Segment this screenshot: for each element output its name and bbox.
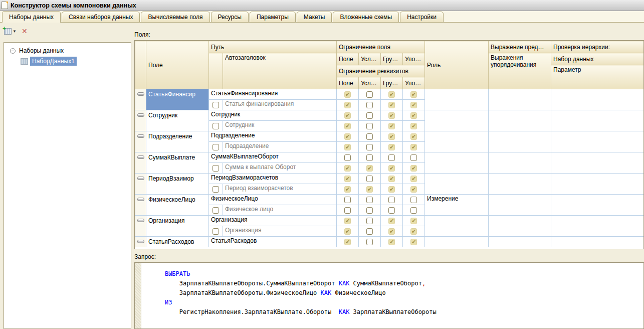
drag-handle-icon[interactable] [137, 113, 144, 117]
autoheader-checkbox[interactable] [212, 207, 219, 214]
field-hierarchy-cell[interactable] [551, 174, 644, 195]
field-hierarchy-cell[interactable] [551, 195, 644, 216]
restriction-checkbox[interactable] [366, 112, 373, 119]
restriction-checkbox[interactable] [366, 154, 373, 161]
restriction-checkbox[interactable]: ✔ [388, 165, 395, 172]
field-expression-cell[interactable] [489, 110, 551, 131]
restriction-checkbox[interactable] [410, 154, 417, 161]
restriction-checkbox[interactable]: ✔ [344, 218, 351, 224]
restriction-checkbox[interactable]: ✔ [410, 218, 417, 224]
field-path-cell[interactable]: Сотрудник [209, 110, 337, 121]
restriction-checkbox[interactable]: ✔ [410, 186, 417, 193]
drag-handle-icon[interactable] [137, 177, 144, 180]
restriction-checkbox[interactable]: ✔ [410, 133, 417, 140]
autoheader-checkbox[interactable] [212, 165, 219, 172]
tree-node-dataset[interactable]: НаборДанных1 [4, 56, 131, 66]
restriction-checkbox[interactable] [366, 123, 373, 129]
autoheader-checkbox[interactable] [212, 102, 219, 108]
restriction-checkbox[interactable] [388, 154, 395, 161]
field-expression-cell[interactable] [489, 89, 551, 110]
autoheader-checkbox[interactable] [212, 186, 219, 193]
restriction-checkbox[interactable]: ✔ [410, 144, 417, 150]
delete-dataset-button[interactable]: ✕ [22, 28, 28, 35]
query-editor[interactable]: ВЫБРАТЬ ЗарплатаКВыплатеОбороты.СуммаКВы… [134, 262, 644, 329]
restriction-checkbox[interactable]: ✔ [344, 144, 351, 150]
drag-handle-icon[interactable] [137, 240, 144, 243]
field-role-cell[interactable] [425, 110, 489, 131]
add-dataset-button[interactable]: + ▼ [4, 28, 17, 35]
restriction-checkbox[interactable]: ✔ [388, 112, 395, 119]
restriction-checkbox[interactable] [410, 197, 417, 203]
restriction-checkbox[interactable]: ✔ [388, 133, 395, 140]
field-expression-cell[interactable] [489, 174, 551, 195]
field-role-cell[interactable] [425, 152, 489, 174]
restriction-checkbox[interactable]: ✔ [388, 176, 395, 182]
field-name-cell[interactable]: Организация [146, 216, 209, 237]
tab-settings[interactable]: Настройки [400, 12, 444, 22]
tab-datasets[interactable]: Наборы данных [2, 11, 61, 23]
field-role-cell[interactable] [425, 174, 489, 195]
autoheader-checkbox[interactable] [212, 123, 219, 129]
restriction-checkbox[interactable]: ✔ [344, 176, 351, 182]
field-name-cell[interactable]: СтатьяРасходов [146, 237, 209, 247]
restriction-checkbox[interactable] [388, 197, 395, 203]
field-expression-cell[interactable] [489, 216, 551, 237]
restriction-checkbox[interactable] [366, 239, 373, 245]
restriction-checkbox[interactable]: ✔ [344, 239, 351, 245]
auto-header-cell[interactable]: Статья финансирования [223, 100, 337, 110]
restriction-checkbox[interactable]: ✔ [344, 186, 351, 193]
restriction-checkbox[interactable] [344, 207, 351, 214]
drag-handle-icon[interactable] [137, 198, 144, 201]
restriction-checkbox[interactable] [366, 176, 373, 182]
collapse-icon[interactable]: − [10, 48, 16, 54]
tab-dataset-links[interactable]: Связи наборов данных [62, 12, 140, 22]
field-role-cell[interactable] [425, 89, 489, 110]
field-hierarchy-cell[interactable] [551, 237, 644, 247]
field-name-cell[interactable]: ПериодВзаимор [146, 174, 209, 195]
field-path-cell[interactable]: СтатьяФинансирования [209, 89, 337, 100]
table-row[interactable]: СтатьяФинансирСтатьяФинансирования✔✔✔ [135, 89, 644, 100]
restriction-checkbox[interactable]: ✔ [344, 133, 351, 140]
autoheader-checkbox[interactable] [212, 144, 219, 150]
restriction-checkbox[interactable]: ✔ [388, 186, 395, 193]
field-role-cell[interactable] [425, 237, 489, 247]
restriction-checkbox[interactable]: ✔ [388, 123, 395, 129]
auto-header-cell[interactable]: Физическое лицо [223, 205, 337, 216]
tab-templates[interactable]: Макеты [297, 12, 332, 22]
restriction-checkbox[interactable]: ✔ [344, 112, 351, 119]
field-name-cell[interactable]: ФизическоеЛицо [146, 195, 209, 216]
table-row[interactable]: ПериодВзаиморПериодВзаиморасчетов✔✔✔ [135, 174, 644, 184]
field-role-cell[interactable]: Измерение [425, 195, 489, 216]
datasets-tree[interactable]: − Наборы данных НаборДанных1 [4, 42, 131, 329]
restriction-checkbox[interactable]: ✔ [344, 165, 351, 172]
tree-node-datasets-root[interactable]: − Наборы данных [4, 46, 131, 56]
field-role-cell[interactable] [425, 216, 489, 237]
drag-handle-icon[interactable] [137, 155, 144, 159]
restriction-checkbox[interactable] [344, 197, 351, 203]
table-row[interactable]: СтатьяРасходовСтатьяРасходов✔✔✔ [135, 237, 644, 247]
autoheader-checkbox[interactable] [212, 228, 219, 235]
field-expression-cell[interactable] [489, 195, 551, 216]
restriction-checkbox[interactable]: ✔ [388, 144, 395, 150]
restriction-checkbox[interactable]: ✔ [388, 228, 395, 235]
restriction-checkbox[interactable]: ✔ [388, 239, 395, 245]
restriction-checkbox[interactable]: ✔ [410, 91, 417, 98]
restriction-checkbox[interactable]: ✔ [366, 165, 373, 172]
restriction-checkbox[interactable] [366, 102, 373, 108]
restriction-checkbox[interactable]: ✔ [366, 186, 373, 193]
field-expression-cell[interactable] [489, 131, 551, 152]
field-hierarchy-cell[interactable] [551, 216, 644, 237]
query-text[interactable]: ВЫБРАТЬ ЗарплатаКВыплатеОбороты.СуммаКВы… [141, 263, 643, 328]
table-row[interactable]: ФизическоеЛицоФизическоеЛицоИзмерение [135, 195, 644, 205]
auto-header-cell[interactable]: Период взаиморасчетов [223, 184, 337, 195]
auto-header-cell[interactable]: Организация [223, 226, 337, 237]
restriction-checkbox[interactable]: ✔ [410, 165, 417, 172]
field-hierarchy-cell[interactable] [551, 110, 644, 131]
auto-header-cell[interactable]: Подразделение [223, 142, 337, 152]
restriction-checkbox[interactable] [366, 207, 373, 214]
auto-header-cell[interactable]: Сумма к выплате Оборот [223, 163, 337, 174]
chevron-down-icon[interactable]: ▼ [13, 29, 17, 34]
table-row[interactable]: СотрудникСотрудник✔✔✔ [135, 110, 644, 121]
drag-handle-icon[interactable] [137, 219, 144, 222]
restriction-checkbox[interactable]: ✔ [344, 228, 351, 235]
